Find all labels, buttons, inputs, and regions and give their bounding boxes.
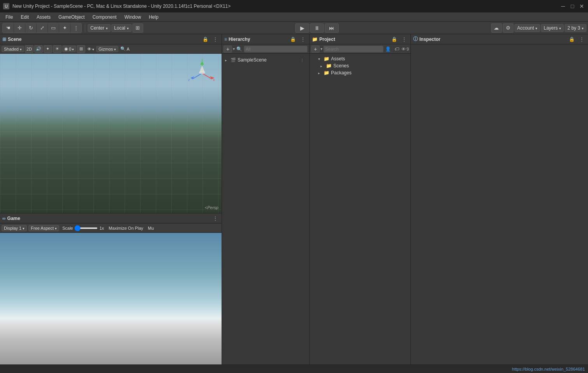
project-count-label: 9 [407, 47, 409, 51]
project-search-input[interactable] [323, 46, 384, 53]
project-panel-header: 📁 Project 🔒 ⋮ [310, 34, 410, 44]
pivot-label: Center [90, 25, 104, 31]
title-bar: U New Unity Project - SampleScene - PC, … [0, 0, 588, 12]
project-add-button[interactable]: + [311, 46, 320, 53]
play-button[interactable]: ▶ [295, 23, 309, 33]
shading-mode-dropdown[interactable]: Shaded [2, 46, 24, 52]
hierarchy-panel-header: ≡ Hierarchy 🔒 ⋮ [222, 34, 309, 44]
samplescene-more-icon[interactable]: ⋮ [298, 56, 306, 64]
gizmos-dropdown[interactable]: Gizmos [96, 46, 118, 52]
hierarchy-add-button[interactable]: + [224, 46, 232, 53]
scene-viewport[interactable]: x y z <Persp [0, 54, 222, 213]
rect-tool-button[interactable]: ▭ [48, 23, 59, 33]
scene-lighting-button[interactable]: ☀ [53, 45, 62, 53]
menu-help[interactable]: Help [145, 14, 162, 21]
display-dropdown[interactable]: Display 1 [2, 225, 27, 231]
space-label: Local [114, 25, 125, 31]
pivot-chevron-icon [106, 25, 108, 31]
scale-tool-button[interactable]: ⤢ [37, 23, 48, 33]
shading-chevron-icon [20, 47, 22, 51]
layers-dropdown[interactable]: Layers [541, 24, 564, 32]
list-item[interactable]: ▾ 📁 Assets [310, 55, 410, 62]
svg-text:y: y [201, 58, 203, 62]
step-button[interactable]: ⏭ [325, 23, 339, 33]
hierarchy-search-input[interactable] [244, 46, 308, 53]
assets-arrow-icon: ▾ [318, 57, 322, 61]
scene-toolbar: Shaded 2D 🔊 ✦ ☀ ◉ 0 ⊞ 👁 Gizmos [0, 44, 222, 54]
game-toolbar: Display 1 Free Aspect Scale 1x Maximize … [0, 223, 222, 233]
layers-label: Layers [544, 25, 558, 31]
scene-fx-button[interactable]: ✦ [44, 45, 52, 53]
scene-grid-button[interactable]: ⊞ [77, 45, 85, 53]
scenes-label: Scenes [333, 63, 349, 69]
pause-button[interactable]: ⏸ [310, 23, 324, 33]
render-layers-chevron-icon [72, 47, 74, 51]
main-area: ⊞ Scene 🔒 ⋮ Shaded 2D 🔊 ✦ ☀ ◉ 0 [0, 34, 588, 364]
menu-gameobject[interactable]: GameObject [55, 14, 88, 21]
game-viewport[interactable] [0, 233, 222, 364]
move-tool-button[interactable]: ✛ [14, 23, 25, 33]
menu-window[interactable]: Window [120, 14, 145, 21]
maximize-on-play-toggle[interactable]: Maximize On Play [107, 226, 145, 230]
list-item[interactable]: 📁 Scenes [310, 62, 410, 69]
separator-1 [85, 24, 85, 32]
list-item[interactable]: 🎬 SampleScene ⋮ [222, 55, 309, 65]
menu-component[interactable]: Component [88, 14, 120, 21]
scenes-arrow-icon [320, 64, 324, 68]
project-filter-button[interactable]: 🏷 [393, 45, 401, 53]
scale-text-label: Scale [62, 226, 73, 230]
scenes-folder-icon: 📁 [326, 63, 332, 69]
cloud-build-button[interactable]: ☁ [491, 23, 502, 33]
snap-settings-button[interactable]: ⊞ [132, 23, 143, 33]
hand-tool-button[interactable]: ☚ [3, 23, 14, 33]
maximize-button[interactable]: □ [569, 3, 576, 9]
project-lock-button[interactable]: 🔒 [390, 35, 398, 43]
project-eyedropper-group: 👁 9 [401, 47, 409, 51]
rotate-tool-button[interactable]: ↻ [25, 23, 36, 33]
scene-lock-button[interactable]: 🔒 [201, 35, 209, 43]
game-icon: ∞ [2, 216, 6, 221]
svg-line-4 [192, 73, 202, 79]
hierarchy-more-button[interactable]: ⋮ [299, 35, 307, 43]
search-icon: 🔍 [236, 46, 242, 52]
menu-edit[interactable]: Edit [17, 14, 33, 21]
inspector-panel-header: ⓘ Inspector 🔒 ⋮ [411, 34, 588, 44]
project-panel: 📁 Project 🔒 ⋮ + ▾ 👤 🏷 👁 9 ▾ 📁 As [310, 34, 411, 364]
menu-file[interactable]: File [2, 14, 17, 21]
scene-panel: ⊞ Scene 🔒 ⋮ Shaded 2D 🔊 ✦ ☀ ◉ 0 [0, 34, 222, 213]
inspector-more-button[interactable]: ⋮ [578, 35, 586, 43]
custom-tool-button[interactable]: ⋮ [70, 23, 81, 33]
close-button[interactable]: ✕ [579, 3, 585, 9]
window-controls[interactable]: ─ □ ✕ [560, 3, 585, 9]
minimize-button[interactable]: ─ [560, 3, 566, 9]
project-search-options-button[interactable]: 👤 [384, 45, 392, 53]
search-bar[interactable]: 🔍 A [119, 46, 130, 52]
menu-assets[interactable]: Assets [33, 14, 55, 21]
2d-toggle[interactable]: 2D [25, 45, 33, 53]
hierarchy-lock-button[interactable]: 🔒 [289, 35, 297, 43]
mute-button[interactable]: Mu [146, 226, 155, 230]
game-more-button[interactable]: ⋮ [211, 215, 219, 222]
project-panel-title: 📁 Project [312, 37, 335, 42]
inspector-lock-button[interactable]: 🔒 [568, 35, 576, 43]
render-layers-dropdown[interactable]: ◉ 0 [62, 46, 76, 52]
space-chevron-icon [127, 25, 129, 31]
services-button[interactable]: ⚙ [503, 23, 514, 33]
scale-slider[interactable] [74, 227, 98, 229]
aspect-dropdown[interactable]: Free Aspect [28, 225, 59, 231]
scene-audio-button[interactable]: 🔊 [34, 45, 43, 53]
assets-label: Assets [331, 56, 345, 62]
main-toolbar: ☚ ✛ ↻ ⤢ ▭ ✦ ⋮ Center Local ⊞ ▶ ⏸ ⏭ ☁ ⚙ A… [0, 22, 588, 34]
visibility-controls: 👁 [86, 46, 95, 52]
display-chevron-icon [23, 226, 25, 230]
project-toolbar: + ▾ 👤 🏷 👁 9 [310, 44, 410, 54]
list-item[interactable]: 📁 Packages [310, 69, 410, 76]
pivot-dropdown[interactable]: Center [88, 24, 111, 32]
account-dropdown[interactable]: Account [514, 24, 540, 32]
space-dropdown[interactable]: Local [111, 24, 132, 32]
project-more-button[interactable]: ⋮ [400, 35, 408, 43]
transform-tool-button[interactable]: ✦ [59, 23, 70, 33]
window-title: New Unity Project - SampleScene - PC, Ma… [12, 4, 560, 9]
layout-dropdown[interactable]: 2 by 3 [565, 24, 586, 32]
scene-more-button[interactable]: ⋮ [211, 35, 219, 43]
